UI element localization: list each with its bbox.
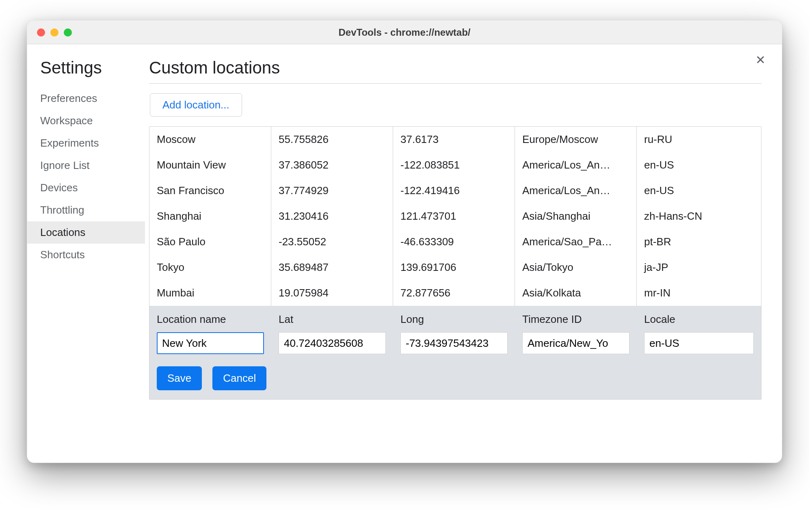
editor-header-locale: Locale [637,306,761,328]
cell-name: Tokyo [149,255,271,280]
cell-locale: zh-Hans-CN [637,203,761,229]
locations-table: Moscow55.75582637.6173Europe/Moscowru-RU… [149,126,761,400]
cell-lat: 31.230416 [271,203,393,229]
sidebar-item-throttling[interactable]: Throttling [27,199,145,221]
editor-header-timezone: Timezone ID [515,306,637,328]
settings-sidebar: Settings PreferencesWorkspaceExperiments… [27,44,145,463]
sidebar-item-preferences[interactable]: Preferences [27,87,145,110]
cell-locale: ru-RU [637,127,761,152]
longitude-input[interactable] [400,332,508,354]
save-button[interactable]: Save [157,366,202,390]
table-row[interactable]: Tokyo35.689487139.691706Asia/Tokyoja-JP [149,255,761,280]
content-area: ✕ Settings PreferencesWorkspaceExperimen… [27,44,782,463]
editor-header-long: Long [393,306,515,328]
page-title: Custom locations [149,58,761,78]
close-icon[interactable] [37,28,45,37]
cell-long: 37.6173 [393,127,515,152]
table-row[interactable]: Moscow55.75582637.6173Europe/Moscowru-RU [149,127,761,152]
table-row[interactable]: Mountain View37.386052-122.083851America… [149,152,761,178]
add-location-button[interactable]: Add location... [150,93,242,117]
settings-main-panel: Custom locations Add location... Moscow5… [145,44,782,463]
timezone-input[interactable] [522,332,629,354]
editor-header-lat: Lat [271,306,393,328]
cell-lat: 19.075984 [271,280,393,306]
cell-long: -46.633309 [393,229,515,255]
sidebar-item-experiments[interactable]: Experiments [27,132,145,154]
cell-timezone: Asia/Kolkata [515,280,637,306]
cell-timezone: Europe/Moscow [515,127,637,152]
cell-long: -122.083851 [393,152,515,178]
cell-lat: 55.755826 [271,127,393,152]
cell-name: Shanghai [149,203,271,229]
table-row[interactable]: San Francisco37.774929-122.419416America… [149,178,761,203]
location-editor: Location name Lat Long Timezone ID Local… [149,306,761,399]
cell-timezone: Asia/Shanghai [515,203,637,229]
cell-timezone: Asia/Tokyo [515,255,637,280]
devtools-settings-window: DevTools - chrome://newtab/ ✕ Settings P… [27,20,782,463]
cell-lat: 37.774929 [271,178,393,203]
cell-name: Mountain View [149,152,271,178]
cell-locale: en-US [637,152,761,178]
cell-long: 139.691706 [393,255,515,280]
cell-timezone: America/Los_An… [515,152,637,178]
cell-long: -122.419416 [393,178,515,203]
sidebar-item-shortcuts[interactable]: Shortcuts [27,244,145,266]
latitude-input[interactable] [279,332,386,354]
minimize-icon[interactable] [50,28,58,37]
cell-lat: -23.55052 [271,229,393,255]
cell-timezone: America/Sao_Pa… [515,229,637,255]
cell-timezone: America/Los_An… [515,178,637,203]
sidebar-item-locations[interactable]: Locations [27,221,145,244]
cell-name: San Francisco [149,178,271,203]
cell-long: 121.473701 [393,203,515,229]
cell-name: Moscow [149,127,271,152]
sidebar-item-devices[interactable]: Devices [27,177,145,199]
sidebar-item-workspace[interactable]: Workspace [27,110,145,132]
cell-locale: pt-BR [637,229,761,255]
cell-locale: en-US [637,178,761,203]
cell-lat: 37.386052 [271,152,393,178]
table-row[interactable]: Mumbai19.07598472.877656Asia/Kolkatamr-I… [149,280,761,306]
table-row[interactable]: São Paulo-23.55052-46.633309America/Sao_… [149,229,761,255]
cell-name: Mumbai [149,280,271,306]
cell-lat: 35.689487 [271,255,393,280]
maximize-icon[interactable] [64,28,72,37]
locale-input[interactable] [644,332,754,354]
editor-header-name: Location name [149,306,271,328]
titlebar: DevTools - chrome://newtab/ [27,21,782,44]
sidebar-item-ignore-list[interactable]: Ignore List [27,154,145,177]
cancel-button[interactable]: Cancel [212,366,266,390]
window-controls [27,28,72,37]
cell-locale: ja-JP [637,255,761,280]
sidebar-title: Settings [27,58,145,78]
divider [149,83,761,84]
location-name-input[interactable] [157,332,264,354]
cell-name: São Paulo [149,229,271,255]
table-row[interactable]: Shanghai31.230416121.473701Asia/Shanghai… [149,203,761,229]
cell-long: 72.877656 [393,280,515,306]
cell-locale: mr-IN [637,280,761,306]
window-title: DevTools - chrome://newtab/ [27,27,782,38]
close-settings-button[interactable]: ✕ [755,54,766,66]
